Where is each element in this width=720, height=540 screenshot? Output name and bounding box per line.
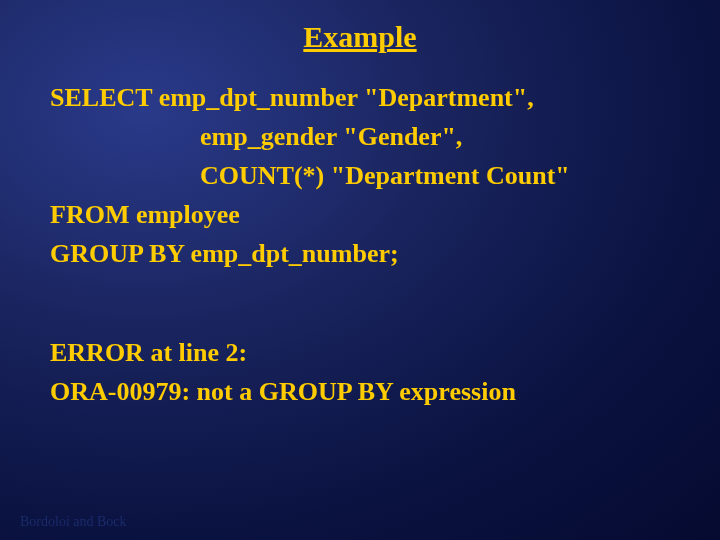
- code-line-2: emp_gender "Gender",: [50, 117, 670, 156]
- code-line-1: SELECT emp_dpt_number "Department",: [50, 78, 670, 117]
- slide-content: Example SELECT emp_dpt_number "Departmen…: [0, 0, 720, 411]
- footer-text: Bordoloi and Bock: [20, 514, 127, 530]
- slide-title: Example: [50, 20, 670, 54]
- code-line-3: COUNT(*) "Department Count": [50, 156, 670, 195]
- error-block: ERROR at line 2: ORA-00979: not a GROUP …: [50, 333, 670, 411]
- code-line-4: FROM employee: [50, 195, 670, 234]
- sql-code-block: SELECT emp_dpt_number "Department", emp_…: [50, 78, 670, 273]
- code-line-5: GROUP BY emp_dpt_number;: [50, 234, 670, 273]
- error-line-1: ERROR at line 2:: [50, 333, 670, 372]
- error-line-2: ORA-00979: not a GROUP BY expression: [50, 372, 670, 411]
